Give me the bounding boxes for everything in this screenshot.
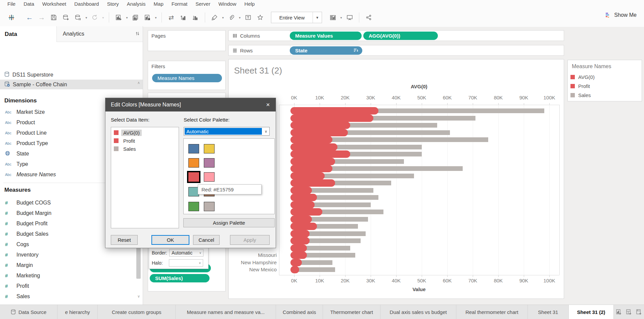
fix-axes-icon[interactable]: [254, 12, 266, 23]
sales-bar[interactable]: [294, 267, 335, 272]
highlight-icon[interactable]: [209, 12, 221, 23]
palette-swatch[interactable]: [204, 158, 215, 168]
new-worksheet-tab-button[interactable]: [614, 305, 624, 319]
new-worksheet-icon[interactable]: [112, 12, 125, 23]
chevron-down-icon[interactable]: ∨: [263, 129, 269, 134]
state-row-label[interactable]: Missouri: [231, 252, 277, 258]
palette-swatch[interactable]: [188, 158, 199, 168]
dialog-titlebar[interactable]: Edit Colors [Measure Names] ×: [105, 98, 276, 111]
legend-item[interactable]: Sales: [570, 92, 591, 98]
apply-button[interactable]: Apply: [230, 235, 270, 245]
legend-item[interactable]: Profit: [570, 83, 590, 89]
menu-data[interactable]: Data: [19, 0, 38, 8]
profit-bar[interactable]: [290, 194, 317, 201]
profit-bar[interactable]: [290, 216, 312, 223]
field-item[interactable]: #Profit: [0, 281, 134, 291]
show-hide-cards-icon[interactable]: [327, 12, 339, 23]
menu-dashboard[interactable]: Dashboard: [70, 0, 103, 8]
undo-button[interactable]: ←: [24, 12, 36, 23]
show-hide-cards-caret-icon[interactable]: ▾: [339, 16, 343, 19]
sheet-tab-dual-axis-sales-vs-budget[interactable]: Dual axis sales vs budget: [380, 305, 456, 319]
measure-values-pill[interactable]: SUM(Sales): [150, 274, 210, 282]
scroll-up-icon[interactable]: ∧: [135, 81, 142, 86]
field-item[interactable]: #Margin: [0, 260, 134, 270]
datasource-item[interactable]: Sample - Coffee Chain: [0, 80, 143, 89]
profit-bar[interactable]: [290, 179, 335, 187]
data-item-row[interactable]: AVG(0): [111, 129, 179, 137]
ok-button[interactable]: OK: [151, 235, 189, 245]
tableau-logo-icon[interactable]: [5, 12, 17, 23]
columns-pill[interactable]: Measure Values: [290, 32, 362, 40]
palette-swatch[interactable]: [204, 202, 215, 211]
palette-dropdown[interactable]: Automatic ∨: [184, 127, 270, 136]
palette-swatch[interactable]: [204, 172, 215, 182]
fit-selector-caret-icon[interactable]: ▼: [313, 12, 322, 23]
profit-bar[interactable]: [290, 259, 302, 266]
sheet-tab-sheet-31[interactable]: Sheet 31: [528, 305, 569, 319]
redo-button[interactable]: →: [36, 12, 48, 23]
new-worksheet-caret-icon[interactable]: ▾: [125, 16, 129, 19]
show-me-button[interactable]: Show Me: [605, 12, 637, 18]
profit-bar[interactable]: [290, 208, 322, 216]
datasource-item[interactable]: DS11 Superstore: [0, 70, 143, 80]
field-item[interactable]: #Inventory: [0, 249, 134, 260]
menu-map[interactable]: Map: [150, 0, 168, 8]
attach-caret-icon[interactable]: ▾: [237, 16, 242, 19]
refresh-icon[interactable]: [89, 12, 101, 23]
textbox-icon[interactable]: [242, 12, 254, 23]
pause-updates-caret-icon[interactable]: ▾: [84, 16, 89, 19]
profit-bar[interactable]: [290, 143, 337, 151]
profit-bar[interactable]: [290, 107, 378, 115]
new-story-tab-button[interactable]: [634, 305, 644, 319]
menu-worksheet[interactable]: Worksheet: [38, 0, 70, 8]
field-item[interactable]: #Marketing: [0, 270, 134, 281]
sheet-tab-thermometer-chart[interactable]: Thermometer chart: [323, 305, 380, 319]
tab-data[interactable]: Data: [0, 26, 56, 42]
palette-swatch[interactable]: [188, 144, 199, 153]
sort-ascending-icon[interactable]: [177, 12, 189, 23]
profit-bar[interactable]: [290, 172, 325, 180]
menu-server[interactable]: Server: [191, 0, 214, 8]
data-item-row[interactable]: Sales: [111, 145, 179, 153]
menu-help[interactable]: Help: [240, 0, 259, 8]
tab-analytics[interactable]: Analytics: [56, 26, 143, 42]
data-item-row[interactable]: Profit: [111, 137, 179, 145]
profit-bar[interactable]: [290, 136, 332, 143]
close-icon[interactable]: ×: [260, 98, 276, 111]
presentation-mode-icon[interactable]: [343, 12, 356, 23]
sheet-tab-combined-axis[interactable]: Combined axis: [276, 305, 323, 319]
profit-bar[interactable]: [290, 252, 307, 259]
cancel-button[interactable]: Cancel: [193, 235, 220, 245]
state-row-label[interactable]: New Hampshire: [231, 260, 277, 265]
profit-bar[interactable]: [290, 223, 317, 230]
profit-bar[interactable]: [290, 266, 299, 273]
menu-analysis[interactable]: Analysis: [123, 0, 150, 8]
attach-icon[interactable]: [225, 12, 237, 23]
filter-pill[interactable]: Measure Names: [152, 74, 222, 82]
menu-format[interactable]: Format: [168, 0, 192, 8]
sort-icon[interactable]: [354, 49, 358, 52]
fit-selector[interactable]: Entire View ▼: [271, 12, 322, 23]
data-item-list[interactable]: AVG(0)ProfitSales: [111, 127, 179, 228]
scroll-down-icon[interactable]: ∨: [135, 294, 142, 300]
halo-dropdown[interactable]: ∨: [169, 259, 203, 267]
profit-bar[interactable]: [290, 244, 307, 252]
sheet-tab-create-custom-groups[interactable]: Create custom groups: [98, 305, 176, 319]
bottom-axis-label[interactable]: Value: [385, 286, 453, 292]
profit-bar[interactable]: [290, 158, 335, 165]
top-axis-label[interactable]: AVG(0): [385, 84, 453, 89]
state-row-label[interactable]: New Mexico: [231, 267, 277, 272]
palette-swatch[interactable]: [187, 171, 200, 183]
duplicate-sheet-icon[interactable]: [129, 12, 141, 23]
new-datasource-icon[interactable]: [60, 12, 72, 23]
highlight-caret-icon[interactable]: ▾: [221, 16, 225, 19]
field-item[interactable]: #Sales: [0, 291, 134, 302]
sheet-tab-measure-names-and-measure-va-[interactable]: Measure names and measure va...: [176, 305, 276, 319]
sheet-tab-real-thermometer-chart[interactable]: Real thermometer chart: [456, 305, 528, 319]
profit-bar[interactable]: [290, 230, 310, 237]
rows-pill[interactable]: State: [290, 46, 362, 55]
palette-swatch[interactable]: [188, 202, 199, 211]
profit-bar[interactable]: [290, 187, 312, 194]
pane-options-icon[interactable]: [136, 31, 139, 37]
menu-window[interactable]: Window: [214, 0, 240, 8]
